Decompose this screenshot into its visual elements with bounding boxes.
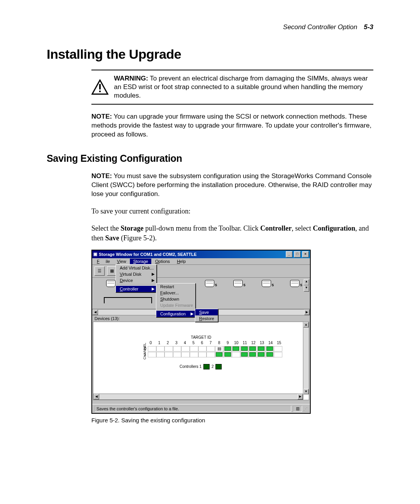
b2e: , select — [292, 224, 313, 232]
b2a: Select the — [91, 224, 121, 232]
b2f: Configuration — [313, 224, 355, 232]
status-icon: ▥ — [293, 406, 302, 412]
toolbar-btn-1[interactable]: ☰ — [94, 266, 105, 276]
app-window: ▣ Storage Window for COM1 and COM2, SEAT… — [91, 250, 311, 414]
dev-1-12[interactable] — [248, 352, 257, 357]
maximize-button[interactable]: □ — [294, 251, 301, 257]
target-id-label: TARGET ID — [93, 335, 309, 340]
page-header: Second Controller Option 5-3 — [47, 23, 373, 31]
header-pagenum: 5-3 — [364, 23, 373, 31]
b2b: Storage — [121, 224, 144, 232]
note1-text: You can upgrade your firmware using the … — [91, 113, 371, 138]
scroll-right-icon[interactable]: ▶ — [304, 310, 310, 315]
dev-0-12[interactable] — [248, 346, 257, 352]
header-section: Second Controller Option — [283, 23, 357, 31]
minimize-button[interactable]: _ — [286, 251, 292, 257]
devices-scroll-v[interactable]: ▲ ▼ — [303, 322, 309, 394]
body-text-2: Select the Storage pull-down menu from t… — [91, 224, 373, 243]
warning-icon — [91, 74, 108, 100]
menu-update-firmware: Update Firmware — [156, 302, 195, 308]
channel-row-0: 0 ▤ — [142, 346, 282, 352]
window-title: Storage Window for COM1 and COM2, SEATTL… — [99, 252, 284, 257]
status-text: Saves the controller's configuration to … — [94, 406, 291, 412]
controllers-row: Controllers 1 2 — [93, 364, 309, 369]
subsection-title: Saving Existing Configuration — [47, 153, 373, 164]
menu-virtual-disk[interactable]: Virtual Disk▶ — [116, 271, 156, 277]
dev-0-13[interactable] — [257, 346, 266, 352]
dev-0-10[interactable] — [232, 346, 240, 352]
figure-caption: Figure 5-2. Saving the existing configur… — [91, 417, 373, 424]
vd-scroll-down[interactable]: ▼ — [304, 285, 309, 292]
target-id-numbers: 0123456789101112131415 — [148, 341, 282, 345]
dev-0-8[interactable]: ▤ — [215, 346, 224, 352]
b2c: pull-down menu from the Toolbar. Click — [144, 224, 260, 232]
dev-1-14[interactable] — [265, 352, 274, 357]
statusbar: Saves the controller's configuration to … — [92, 404, 310, 413]
menu-configuration[interactable]: Configuration▶ — [156, 311, 195, 317]
dev-0-11[interactable] — [240, 346, 249, 352]
dev-1-11[interactable] — [240, 352, 249, 357]
svg-rect-1 — [99, 84, 101, 89]
note-2: NOTE: You must save the subsystem config… — [91, 172, 373, 199]
dev-1-9[interactable] — [223, 352, 232, 357]
menu-add-virtual-disk[interactable]: Add Virtual Disk... — [116, 265, 156, 271]
selected-disk-icon[interactable] — [106, 280, 116, 288]
menu-failover[interactable]: Failover... — [156, 290, 195, 296]
resize-grip[interactable]: ⋰ — [302, 406, 308, 412]
body-text-1: To save your current configuration: — [91, 206, 373, 216]
scroll-left-icon[interactable]: ◀ — [93, 310, 98, 315]
menu-restart[interactable]: Restart — [156, 284, 195, 290]
b2h: Save — [105, 234, 119, 242]
disk-4[interactable]: 5 — [290, 280, 302, 287]
controller-1-icon[interactable] — [203, 364, 210, 369]
vd-scroll-up[interactable]: ▲ — [304, 279, 309, 285]
dev-1-13[interactable] — [257, 352, 266, 357]
menu-view[interactable]: View — [114, 259, 130, 264]
device-grid: 0 ▤ 1 — [142, 346, 282, 358]
controller-2-icon[interactable] — [215, 364, 222, 369]
warning-text: WARNING: To prevent an electrical discha… — [114, 74, 373, 100]
bracket-line — [104, 297, 152, 303]
menubar: File View Storage Options Help — [92, 258, 310, 265]
note-1: NOTE: You can upgrade your firmware usin… — [91, 112, 373, 139]
note2-label: NOTE: — [91, 172, 112, 180]
menu-help[interactable]: Help — [174, 259, 189, 264]
note1-label: NOTE: — [91, 113, 112, 120]
config-submenu: Save Restore — [195, 309, 218, 322]
warning-text-body: To prevent an electrical discharge from … — [114, 75, 368, 99]
dev-0-9[interactable] — [223, 346, 232, 352]
menu-restore[interactable]: Restore — [195, 315, 218, 322]
menu-save[interactable]: Save — [195, 309, 218, 315]
menu-device[interactable]: Device▶ — [116, 277, 156, 284]
menu-options[interactable]: Options — [152, 259, 173, 264]
row1-label: 1 — [142, 352, 146, 357]
scroll-right-icon-2[interactable]: ▶ — [298, 394, 303, 399]
scroll-left-icon-2[interactable]: ◀ — [94, 394, 99, 399]
menu-shutdown[interactable]: Shutdown — [156, 296, 195, 302]
menu-controller[interactable]: Controller▶ — [116, 286, 156, 292]
section-title: Installing the Upgrade — [47, 47, 373, 62]
titlebar[interactable]: ▣ Storage Window for COM1 and COM2, SEAT… — [92, 250, 310, 258]
scroll-up-icon[interactable]: ▲ — [303, 322, 309, 327]
note2-text: You must save the subsystem configuratio… — [91, 172, 372, 198]
devices-scroll-h[interactable]: ◀ ▶ — [93, 394, 303, 400]
disk-3[interactable]: 5 — [262, 280, 274, 287]
menu-storage[interactable]: Storage — [130, 259, 151, 264]
row0-label: 0 — [142, 346, 146, 351]
b2i: (Figure 5-2). — [119, 234, 157, 242]
warning-label: WARNING: — [114, 75, 148, 82]
ctrl-1-label: 1 — [200, 364, 202, 368]
disk-2[interactable]: 5 — [233, 280, 245, 287]
controller-submenu: Restart Failover... Shutdown Update Firm… — [156, 283, 196, 317]
menu-file[interactable]: File — [94, 259, 113, 264]
warning-callout: WARNING: To prevent an electrical discha… — [91, 70, 373, 105]
app-icon: ▣ — [93, 252, 97, 257]
storage-menu: Add Virtual Disk... Virtual Disk▶ Device… — [116, 264, 157, 292]
controllers-label: Controllers — [180, 364, 198, 368]
svg-rect-2 — [99, 91, 101, 92]
dev-0-14[interactable] — [265, 346, 274, 352]
disk-1[interactable]: 5 — [205, 280, 217, 287]
dev-1-8[interactable] — [215, 352, 224, 357]
scroll-down-icon[interactable]: ▼ — [303, 389, 309, 394]
close-button[interactable]: × — [302, 251, 309, 257]
